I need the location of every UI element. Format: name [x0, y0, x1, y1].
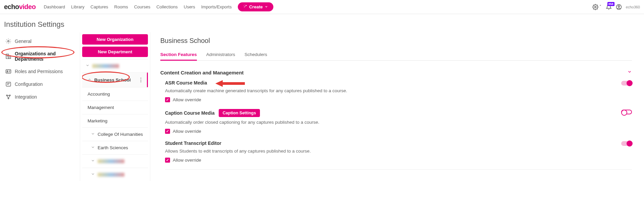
kebab-menu-icon[interactable]: ⋮ — [138, 77, 144, 83]
tree-row-earth-sciences[interactable]: Earth Sciences — [82, 141, 148, 154]
svg-point-11 — [8, 98, 9, 99]
tree-row-management[interactable]: Management — [82, 101, 148, 114]
section-content-creation[interactable]: Content Creation and Management — [160, 69, 632, 75]
settings-sidebar: General Organizations and Departments Ro… — [0, 32, 80, 181]
nav-links: Dashboard Library Captures Rooms Courses… — [44, 4, 231, 9]
divider — [165, 169, 632, 170]
account-button[interactable] — [616, 4, 622, 10]
feature-description: Automatically create machine generated t… — [165, 88, 632, 93]
logo[interactable]: echovideo — [4, 3, 36, 11]
tab-administrators[interactable]: Administrators — [206, 49, 235, 60]
sidebar-item-configuration[interactable]: Configuration — [0, 78, 80, 91]
sidebar-label: Roles and Permissions — [15, 69, 63, 74]
svg-point-7 — [7, 71, 8, 72]
feature-label: ASR Course Media — [165, 80, 207, 86]
chevron-down-icon — [91, 172, 95, 177]
tree-row-redacted[interactable] — [82, 168, 148, 181]
redacted-label — [92, 64, 119, 68]
detail-panel: Business School Section Features Adminis… — [150, 32, 644, 181]
section-label: Content Creation and Management — [160, 70, 244, 75]
tree-row-org-redacted[interactable] — [82, 59, 148, 72]
gear-icon — [592, 4, 598, 10]
nav-imports-exports[interactable]: Imports/Exports — [201, 4, 232, 9]
toggle-caption[interactable] — [621, 110, 632, 114]
svg-point-0 — [595, 6, 596, 8]
checkbox-checked-icon[interactable]: ✓ — [165, 97, 170, 102]
allow-override-row[interactable]: ✓ Allow override — [165, 97, 632, 102]
tree-label: Management — [88, 105, 114, 110]
toggle-asr[interactable] — [621, 81, 632, 86]
logo-text-1: echo — [4, 3, 19, 10]
top-nav-right: 858 echo360 — [592, 4, 640, 10]
feature-label: Student Transcript Editor — [165, 141, 221, 146]
sidebar-label: General — [15, 39, 32, 44]
checkbox-checked-icon[interactable]: ✓ — [165, 158, 170, 163]
nav-dashboard[interactable]: Dashboard — [44, 4, 65, 9]
redacted-label — [98, 159, 124, 163]
new-department-button[interactable]: New Department — [82, 47, 148, 57]
allow-label: Allow override — [173, 158, 201, 163]
feature-label: Caption Course Media — [165, 110, 215, 116]
tab-section-features[interactable]: Section Features — [160, 49, 197, 61]
notification-badge: 858 — [607, 2, 614, 6]
sidebar-label: Organizations and Departments — [15, 51, 74, 62]
toggle-student-transcript[interactable] — [621, 141, 632, 146]
tree-label: Marketing — [88, 118, 107, 123]
settings-dropdown[interactable] — [592, 4, 602, 10]
svg-point-10 — [9, 95, 10, 96]
gear-icon — [5, 38, 11, 44]
panel-title: Business School — [160, 37, 632, 45]
tree-row-accounting[interactable]: Accounting — [82, 87, 148, 101]
feature-description: Allows Students to edit transcripts of a… — [165, 149, 632, 154]
chevron-down-icon — [91, 132, 95, 137]
sidebar-label: Configuration — [15, 81, 43, 87]
allow-override-row[interactable]: ✓ Allow override — [165, 158, 632, 163]
tree-row-marketing[interactable]: Marketing — [82, 114, 148, 127]
svg-point-2 — [618, 5, 620, 7]
sidebar-item-general[interactable]: General — [0, 35, 80, 48]
redacted-label — [98, 173, 124, 177]
svg-rect-5 — [9, 56, 11, 59]
main-layout: General Organizations and Departments Ro… — [0, 32, 644, 181]
panel-tabs: Section Features Administrators Schedule… — [160, 49, 632, 61]
svg-point-9 — [6, 95, 7, 96]
svg-point-3 — [8, 41, 9, 42]
chevron-down-icon — [91, 145, 95, 150]
logo-text-2: video — [19, 3, 36, 10]
tree-row-redacted[interactable] — [82, 154, 148, 168]
feature-student-transcript-editor: Student Transcript Editor Allows Student… — [165, 141, 632, 163]
svg-marker-12 — [215, 80, 245, 87]
sidebar-label: Integration — [15, 94, 37, 100]
sidebar-item-roles[interactable]: Roles and Permissions — [0, 65, 80, 78]
nav-users[interactable]: Users — [184, 4, 195, 9]
nav-captures[interactable]: Captures — [91, 4, 108, 9]
nav-collections[interactable]: Collections — [156, 4, 178, 9]
allow-override-row[interactable]: ✓ Allow override — [165, 129, 632, 134]
id-card-icon — [5, 68, 11, 74]
tree-label: Accounting — [88, 92, 110, 97]
tree-row-business-school[interactable]: Business School ⋮ — [82, 72, 148, 87]
feature-asr-course-media: ASR Course Media Automatically create ma… — [165, 80, 632, 102]
building-icon — [5, 53, 11, 59]
sidebar-item-organizations[interactable]: Organizations and Departments — [0, 48, 80, 65]
page-title: Institution Settings — [0, 14, 644, 32]
sidebar-item-integration[interactable]: Integration — [0, 91, 80, 103]
tab-schedulers[interactable]: Schedulers — [245, 49, 267, 60]
tree-label: Earth Sciences — [98, 145, 128, 150]
create-button[interactable]: Create — [238, 2, 273, 11]
nav-courses[interactable]: Courses — [134, 4, 150, 9]
sliders-icon — [5, 81, 11, 87]
tree-row-humanities[interactable]: College Of Humanities — [82, 127, 148, 141]
allow-label: Allow override — [173, 97, 201, 102]
caption-settings-button[interactable]: Caption Settings — [219, 109, 260, 117]
svg-rect-8 — [6, 82, 11, 86]
checkbox-checked-icon[interactable]: ✓ — [165, 129, 170, 134]
new-organization-button[interactable]: New Organization — [82, 34, 148, 45]
notifications-button[interactable]: 858 — [606, 4, 612, 10]
network-icon — [5, 94, 11, 100]
org-tree: New Organization New Department Business… — [80, 32, 150, 181]
top-nav: echovideo Dashboard Library Captures Roo… — [0, 0, 644, 14]
nav-rooms[interactable]: Rooms — [114, 4, 128, 9]
nav-library[interactable]: Library — [71, 4, 85, 9]
user-circle-icon — [616, 4, 622, 10]
